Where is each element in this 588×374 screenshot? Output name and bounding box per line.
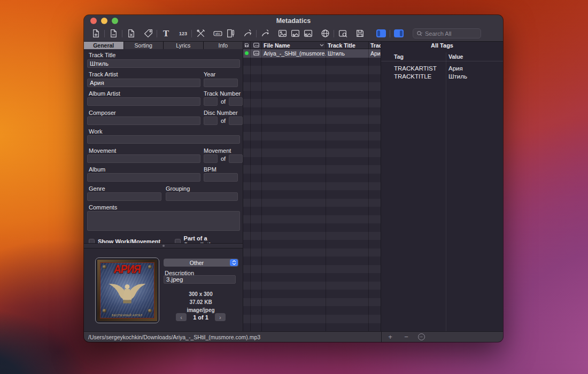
track-title-column-header[interactable]: Track Title (326, 42, 369, 49)
file-list-empty-row (243, 207, 381, 215)
dropdown-stepper-icon (230, 259, 238, 266)
remove-files-icon[interactable] (107, 28, 120, 40)
tab-info[interactable]: Info (204, 42, 243, 49)
description-field[interactable] (164, 275, 236, 284)
file-list-empty-row (243, 91, 381, 99)
toolbar-separator (104, 30, 105, 37)
file-name-column-header[interactable]: File Name (262, 42, 326, 49)
tag-column-header[interactable]: Tag (394, 53, 404, 60)
remove-tag-button[interactable]: − (400, 332, 412, 342)
movement-total-field[interactable] (229, 154, 243, 163)
file-list-empty-row (243, 290, 381, 298)
tag-row[interactable]: TRACKTITLE Штиль (381, 73, 503, 81)
grouping-field[interactable] (166, 192, 238, 201)
file-list-empty-row (243, 248, 381, 257)
add-tag-button[interactable]: + (384, 332, 396, 342)
export-artwork-icon[interactable] (301, 28, 314, 40)
status-green-dot (245, 51, 249, 55)
rename-icon[interactable]: abc (211, 28, 224, 40)
toggle-left-panel-button[interactable] (376, 29, 386, 37)
album-field[interactable] (87, 173, 200, 182)
artwork-icon[interactable] (276, 28, 289, 40)
album-label: Album (89, 166, 105, 173)
tag-row[interactable]: TRACKARTIST Ария (381, 65, 503, 73)
search-placeholder: Search All (425, 30, 452, 37)
movement-number-label: Movement (204, 147, 231, 154)
file-list-empty-row (243, 107, 381, 116)
genre-field[interactable] (87, 192, 161, 201)
toggle-right-panel-button[interactable] (394, 29, 404, 37)
tag-icon[interactable] (142, 28, 154, 40)
album-artist-field[interactable] (87, 97, 200, 106)
composer-field[interactable] (87, 116, 200, 125)
track-number-group: of (204, 97, 243, 106)
bpm-field[interactable] (204, 173, 238, 182)
all-tags-title: All Tags (381, 42, 503, 49)
panel-splitter[interactable] (84, 243, 243, 248)
tag-actions-button[interactable] (415, 332, 427, 342)
disc-number-group: of (204, 116, 243, 125)
toolbar-separator (122, 30, 122, 37)
tab-lyrics[interactable]: Lyrics (164, 42, 204, 49)
file-list-header: File Name Track Title Track . (243, 42, 381, 49)
disc-total-field[interactable] (229, 116, 243, 125)
general-form: Track Title Track Artist Year Album Arti… (84, 49, 243, 243)
toolbar-separator (334, 30, 334, 37)
artwork-section: АРИЯ БЕСПЕЧНЫЙ АНГЕЛ Ot (84, 248, 243, 331)
web-lookup-icon[interactable] (319, 28, 331, 40)
file-path: /Users/sergeykochkin/Downloads/Ariya_-_S… (88, 334, 260, 340)
file-rows: Ariya_-_SHtil_(musmore.... Штиль Ария (243, 49, 381, 331)
year-label: Year (204, 71, 215, 77)
transform-tags-icon[interactable] (224, 28, 237, 40)
search-icon (416, 30, 423, 37)
renumber-icon[interactable]: 123 (176, 28, 189, 40)
artwork-well[interactable]: АРИЯ БЕСПЕЧНЫЙ АНГЕЛ (95, 258, 159, 323)
year-field[interactable] (204, 79, 238, 87)
track-title-label: Track Title (89, 52, 115, 58)
track-artist-field[interactable] (87, 79, 200, 87)
track-artist-cell: Ария (369, 49, 381, 58)
disc-number-field[interactable] (204, 116, 218, 125)
next-artwork-button[interactable]: › (215, 313, 226, 321)
search-field[interactable]: Search All (413, 28, 481, 38)
movement-field[interactable] (87, 154, 200, 163)
movement-number-field[interactable] (204, 154, 218, 163)
tag-name: TRACKARTIST (381, 65, 446, 73)
text-format-icon[interactable]: T (159, 28, 172, 40)
work-field[interactable] (87, 135, 240, 144)
tab-sorting[interactable]: Sorting (124, 42, 164, 49)
title-bar[interactable]: Metadatics (84, 15, 503, 27)
save-icon[interactable] (353, 28, 366, 40)
of-label: of (219, 118, 227, 124)
tab-general[interactable]: General (84, 42, 124, 49)
track-title-field[interactable] (87, 59, 240, 68)
tools-icon[interactable] (194, 28, 207, 40)
value-column-header[interactable]: Value (448, 53, 463, 60)
toolbar-separator (191, 30, 192, 37)
previous-artwork-button[interactable]: ‹ (176, 313, 187, 321)
file-row-selected[interactable]: Ariya_-_SHtil_(musmore.... Штиль Ария (243, 49, 381, 58)
comments-label: Comments (89, 204, 117, 211)
file-list-empty-row (243, 124, 381, 133)
artwork-type-dropdown[interactable]: Other (164, 259, 238, 267)
save-state-column-header[interactable] (243, 42, 251, 49)
tag-name: TRACKTITLE (381, 73, 446, 81)
file-list-empty-row (243, 74, 381, 83)
add-artwork-icon[interactable] (289, 28, 301, 40)
add-files-icon[interactable] (89, 28, 102, 40)
redo-icon[interactable] (259, 28, 272, 40)
undo-icon[interactable] (241, 28, 254, 40)
file-name-cell: Ariya_-_SHtil_(musmore.... (262, 49, 326, 58)
clear-files-icon[interactable] (125, 28, 137, 40)
file-list-empty-row (243, 58, 381, 66)
artwork-search-icon[interactable] (336, 28, 349, 40)
track-total-field[interactable] (229, 97, 243, 106)
file-list-panel: File Name Track Title Track . Ariya_-_SH… (243, 42, 381, 331)
comments-field[interactable] (87, 211, 240, 231)
tags-column-divider (446, 52, 446, 331)
artwork-dimensions: 300 x 300 (164, 291, 238, 297)
artwork-mime-type: image/jpeg (164, 307, 238, 313)
artwork-column-header[interactable] (251, 42, 262, 49)
track-artist-column-header[interactable]: Track . (369, 42, 381, 49)
track-number-field[interactable] (204, 97, 218, 106)
